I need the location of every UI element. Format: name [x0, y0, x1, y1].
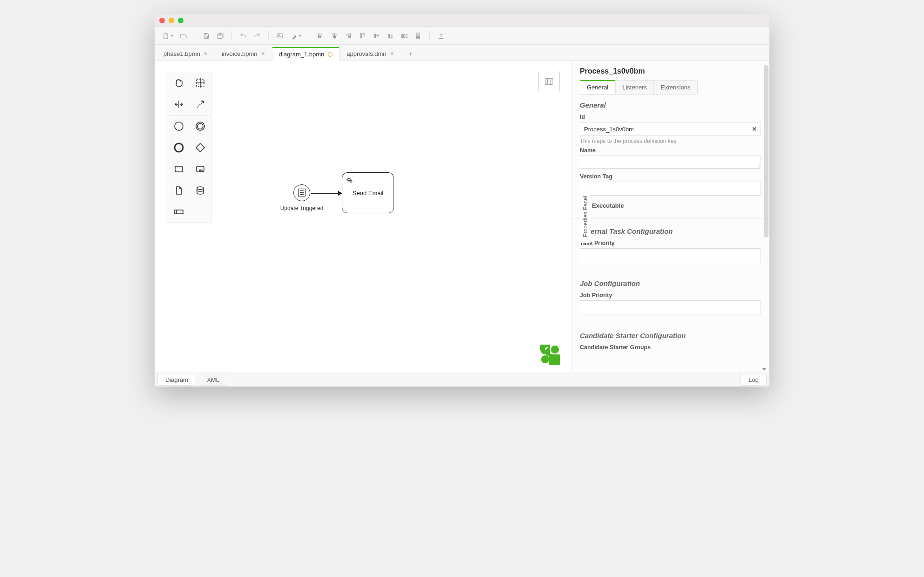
properties-tab-extensions[interactable]: Extensions: [654, 80, 698, 95]
xml-view-button[interactable]: XML: [199, 374, 227, 386]
conditional-marker-icon: [298, 189, 306, 197]
task-tool[interactable]: [168, 158, 190, 180]
task-priority-field[interactable]: [580, 248, 761, 262]
align-bottom-button[interactable]: [384, 29, 397, 42]
svg-point-48: [541, 355, 549, 363]
svg-rect-7: [319, 36, 321, 38]
executable-label: Executable: [592, 202, 624, 209]
properties-tab-general[interactable]: General: [580, 80, 615, 95]
id-hint: This maps to the process definition key.: [580, 138, 761, 144]
save-button[interactable]: [200, 29, 213, 42]
svg-point-46: [348, 178, 350, 181]
section-job-title: Job Configuration: [580, 279, 761, 287]
diagram-view-button[interactable]: Diagram: [157, 374, 196, 386]
svg-rect-0: [205, 33, 207, 34]
minimap-toggle-button[interactable]: [538, 71, 560, 92]
version-tag-field[interactable]: [580, 182, 761, 196]
subprocess-tool[interactable]: [190, 158, 211, 180]
zoom-window-button[interactable]: [178, 18, 183, 23]
hand-tool-button[interactable]: [168, 72, 190, 94]
tab-approvals[interactable]: approvals.dmn ×: [340, 47, 401, 60]
distribute-vertical-button[interactable]: [412, 29, 425, 42]
id-field[interactable]: [580, 122, 761, 136]
gateway-tool[interactable]: [190, 137, 211, 158]
name-field[interactable]: [580, 156, 761, 169]
app-window: phase1.bpmn × invoice.bpmn × diagram_1.b…: [155, 14, 769, 387]
shape-palette: [168, 72, 211, 223]
svg-rect-16: [363, 34, 364, 36]
svg-rect-6: [319, 34, 322, 35]
executable-checkbox-row[interactable]: Executable: [580, 201, 761, 210]
service-task-gear-icon: [345, 176, 354, 185]
data-store-tool[interactable]: [190, 180, 211, 201]
job-priority-field[interactable]: [580, 300, 761, 314]
name-label: Name: [580, 147, 761, 154]
svg-rect-44: [175, 210, 183, 214]
svg-rect-24: [404, 34, 405, 37]
svg-point-34: [175, 122, 183, 130]
participant-tool[interactable]: [168, 201, 190, 223]
close-window-button[interactable]: [159, 18, 165, 23]
panel-scrollbar[interactable]: [764, 65, 768, 238]
align-left-button[interactable]: [314, 29, 327, 42]
open-file-button[interactable]: [177, 29, 190, 42]
export-image-button[interactable]: [273, 29, 286, 42]
close-icon[interactable]: ×: [390, 50, 394, 57]
start-event-label[interactable]: Update Triggered: [274, 205, 330, 211]
unsaved-indicator-icon: [328, 52, 333, 57]
properties-panel: Properties Panel Process_1s0v0bm General…: [571, 61, 769, 373]
align-right-button[interactable]: [342, 29, 355, 42]
clear-id-button[interactable]: ✕: [752, 125, 757, 133]
align-top-button[interactable]: [356, 29, 369, 42]
intermediate-event-tool[interactable]: [190, 115, 211, 137]
properties-tabs: General Listeners Extensions: [580, 80, 761, 95]
tab-diagram-1[interactable]: diagram_1.bpmn: [272, 47, 340, 61]
svg-rect-27: [417, 35, 420, 36]
mac-titlebar: [155, 14, 769, 27]
start-event-tool[interactable]: [168, 115, 190, 137]
svg-point-43: [197, 187, 204, 190]
log-toggle-button[interactable]: Log: [741, 374, 767, 386]
redo-button[interactable]: [251, 29, 264, 42]
file-tabs: phase1.bpmn × invoice.bpmn × diagram_1.b…: [155, 45, 769, 61]
distribute-horizontal-button[interactable]: [398, 29, 411, 42]
properties-tab-listeners[interactable]: Listeners: [615, 80, 654, 95]
svg-rect-21: [388, 34, 390, 37]
align-center-button[interactable]: [328, 29, 341, 42]
candidate-groups-label: Candidate Starter Groups: [580, 344, 761, 351]
svg-point-49: [551, 346, 559, 353]
sequence-flow[interactable]: [311, 193, 342, 194]
tab-label: diagram_1.bpmn: [279, 51, 325, 58]
close-icon[interactable]: ×: [261, 50, 265, 57]
close-icon[interactable]: ×: [204, 50, 208, 57]
global-connect-button[interactable]: [190, 94, 211, 115]
main-toolbar: [155, 27, 769, 45]
svg-rect-15: [360, 34, 362, 37]
end-event-tool[interactable]: [168, 137, 190, 158]
space-tool-button[interactable]: [168, 94, 190, 115]
section-candidate-title: Candidate Starter Configuration: [580, 332, 761, 339]
align-middle-button[interactable]: [370, 29, 383, 42]
bpmn-service-task[interactable]: Send Email: [342, 172, 394, 213]
add-tab-button[interactable]: +: [401, 47, 421, 60]
properties-panel-toggle[interactable]: Properties Panel: [580, 190, 591, 244]
lasso-tool-button[interactable]: [190, 72, 211, 94]
save-all-button[interactable]: [214, 29, 227, 42]
svg-rect-12: [347, 34, 350, 35]
data-object-tool[interactable]: [168, 180, 190, 201]
task-priority-label: Task Priority: [580, 240, 761, 246]
svg-rect-23: [401, 34, 403, 37]
diagram-canvas[interactable]: Update Triggered Send Email: [155, 61, 571, 373]
minimize-window-button[interactable]: [169, 18, 174, 23]
svg-point-47: [350, 181, 352, 183]
tab-invoice[interactable]: invoice.bpmn ×: [215, 47, 272, 60]
job-priority-label: Job Priority: [580, 292, 761, 299]
tab-phase1[interactable]: phase1.bpmn ×: [156, 47, 215, 60]
deploy-button[interactable]: [435, 29, 448, 42]
undo-button[interactable]: [237, 29, 250, 42]
bpmn-start-event[interactable]: [293, 184, 310, 201]
tab-label: invoice.bpmn: [222, 50, 258, 57]
selected-element-title: Process_1s0v0bm: [580, 67, 761, 75]
element-color-button[interactable]: [287, 29, 304, 42]
new-file-button[interactable]: [159, 29, 176, 42]
